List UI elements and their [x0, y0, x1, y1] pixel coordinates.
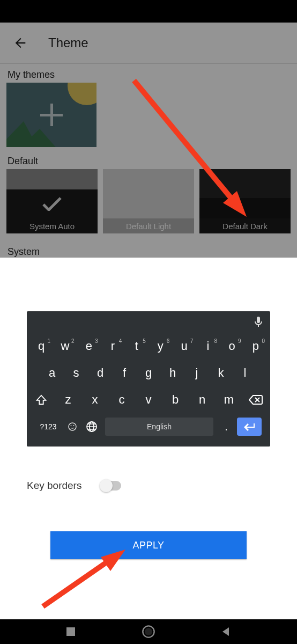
recent-apps-icon[interactable]: [65, 626, 77, 638]
key-o: o9: [222, 339, 242, 353]
check-icon: [41, 197, 63, 211]
navigation-bar: [0, 619, 297, 644]
key-s: s: [66, 366, 86, 380]
key-l: l: [235, 366, 255, 380]
key-symbols: ?123: [35, 422, 61, 431]
home-icon[interactable]: [142, 625, 155, 639]
back-icon[interactable]: [220, 626, 232, 638]
back-arrow-icon[interactable]: [13, 35, 28, 50]
key-period: .: [219, 421, 234, 433]
key-r: r4: [102, 339, 123, 353]
key-borders-option: Key borders: [0, 462, 297, 492]
svg-point-2: [73, 425, 75, 426]
page-title: Theme: [48, 35, 88, 50]
key-f: f: [114, 366, 135, 380]
apply-button[interactable]: APPLY: [50, 531, 247, 559]
keyboard-preview: q1 w2 e3 r4 t5 y6 u7 i8 o9 p0 a s d f g: [27, 311, 270, 447]
key-q: q1: [31, 339, 51, 353]
key-d: d: [90, 366, 110, 380]
keyboard-row-4: ?123 English .: [31, 413, 266, 440]
key-borders-label: Key borders: [27, 480, 81, 492]
section-my-themes: My themes: [6, 69, 291, 80]
emoji-icon: [64, 422, 80, 431]
key-w: w2: [55, 339, 75, 353]
svg-point-1: [71, 425, 72, 426]
key-u: u7: [174, 339, 195, 353]
theme-label: Default Dark: [199, 218, 291, 233]
key-e: e3: [79, 339, 99, 353]
mic-icon: [254, 316, 263, 328]
key-n: n: [192, 393, 212, 407]
key-v: v: [138, 393, 159, 407]
backspace-icon: [246, 394, 266, 405]
key-space: English: [105, 418, 213, 436]
key-m: m: [219, 393, 239, 407]
key-b: b: [165, 393, 185, 407]
svg-rect-5: [66, 627, 75, 636]
keyboard-row-1: q1 w2 e3 r4 t5 y6 u7 i8 o9 p0: [31, 333, 266, 360]
key-p: p0: [246, 339, 266, 353]
key-y: y6: [150, 339, 170, 353]
theme-label: Default Light: [103, 218, 194, 233]
keyboard-row-3: z x c v b n m: [31, 386, 266, 413]
theme-label: System Auto: [6, 218, 98, 233]
add-theme-button[interactable]: [6, 83, 96, 147]
key-x: x: [85, 393, 105, 407]
key-h: h: [162, 366, 183, 380]
key-c: c: [112, 393, 132, 407]
key-borders-toggle[interactable]: [101, 481, 121, 491]
key-z: z: [58, 393, 78, 407]
key-a: a: [42, 366, 62, 380]
svg-point-7: [145, 628, 152, 635]
header: Theme: [0, 23, 297, 63]
key-k: k: [211, 366, 231, 380]
section-system: System: [6, 246, 291, 258]
section-default: Default: [6, 156, 291, 167]
theme-system-auto[interactable]: System Auto: [6, 169, 98, 233]
key-t: t5: [127, 339, 147, 353]
theme-default-dark[interactable]: Default Dark: [199, 169, 291, 233]
key-j: j: [187, 366, 207, 380]
svg-point-0: [69, 423, 76, 430]
enter-icon: [237, 418, 262, 436]
shift-icon: [31, 394, 51, 406]
theme-preview-dialog: q1 w2 e3 r4 t5 y6 u7 i8 o9 p0 a s d f g: [0, 295, 297, 585]
key-i: i8: [198, 339, 218, 353]
key-g: g: [138, 366, 159, 380]
keyboard-row-2: a s d f g h j k l: [31, 360, 266, 386]
globe-icon: [84, 421, 100, 433]
theme-default-light[interactable]: Default Light: [103, 169, 194, 233]
